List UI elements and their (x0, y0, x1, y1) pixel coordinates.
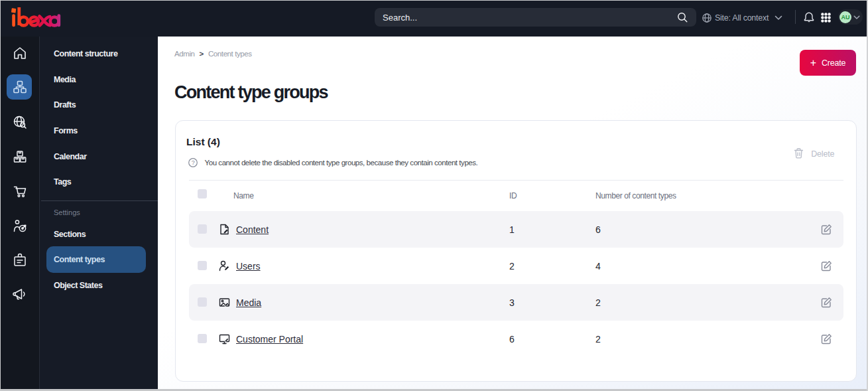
svg-text:?: ? (192, 159, 195, 166)
